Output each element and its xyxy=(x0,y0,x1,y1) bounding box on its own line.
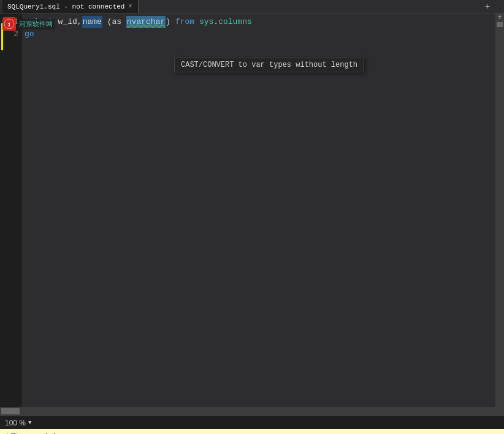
zoom-control[interactable]: 100 % ▼ xyxy=(5,419,31,427)
keyword-from: from xyxy=(175,16,194,28)
status-bar: ⚡ Disconnected. xyxy=(0,429,504,434)
code-line-1: select w_id, name (as nvarchar ) from sy… xyxy=(25,16,495,28)
horizontal-scrollbar-thumb[interactable] xyxy=(1,408,20,414)
brand-watermark: 1 河东软件网 xyxy=(2,17,55,31)
title-bar: SQLQuery1.sql - not connected × + xyxy=(0,0,504,13)
table-columns: columns xyxy=(218,16,252,28)
col-name: name xyxy=(82,16,102,28)
zoom-dropdown-icon[interactable]: ▼ xyxy=(28,420,31,426)
cast-close: ) xyxy=(166,16,175,28)
status-text: Disconnected. xyxy=(11,432,58,434)
col-w-id: w_id, xyxy=(53,16,82,28)
code-editor[interactable]: select w_id, name (as nvarchar ) from sy… xyxy=(22,13,495,407)
line-numbers: 1 2 xyxy=(4,13,22,407)
zoom-bar: 100 % ▼ xyxy=(0,416,504,429)
brand-logo: 1 xyxy=(2,17,16,31)
svg-text:1: 1 xyxy=(7,21,10,28)
tooltip-popup: CAST/CONVERT to var types without length xyxy=(174,58,364,72)
cast-open: (as xyxy=(102,16,126,28)
editor-area: 1 2 select w_id, name (as nvarchar ) fro… xyxy=(0,13,504,407)
dot-separator: . xyxy=(213,16,218,28)
left-gutter-indicator xyxy=(0,13,4,407)
type-nvarchar: nvarchar xyxy=(126,16,166,28)
brand-logo-icon: 1 xyxy=(4,18,15,29)
tab-close-button[interactable]: × xyxy=(127,2,133,10)
tab-label: SQLQuery1.sql - not connected xyxy=(7,3,124,10)
brand-text: 河东软件网 xyxy=(17,19,55,29)
schema-sys: sys xyxy=(194,16,213,28)
corner-plus-button[interactable]: + xyxy=(495,13,504,22)
zoom-value: 100 % xyxy=(5,419,26,427)
tooltip-text: CAST/CONVERT to var types without length xyxy=(181,61,357,69)
disconnected-icon: ⚡ xyxy=(4,431,9,434)
vertical-scrollbar[interactable] xyxy=(495,13,504,407)
new-tab-button[interactable]: + xyxy=(482,0,493,13)
editor-tab[interactable]: SQLQuery1.sql - not connected × xyxy=(2,0,139,13)
code-line-2: go xyxy=(25,28,495,40)
horizontal-scrollbar[interactable] xyxy=(0,407,504,416)
